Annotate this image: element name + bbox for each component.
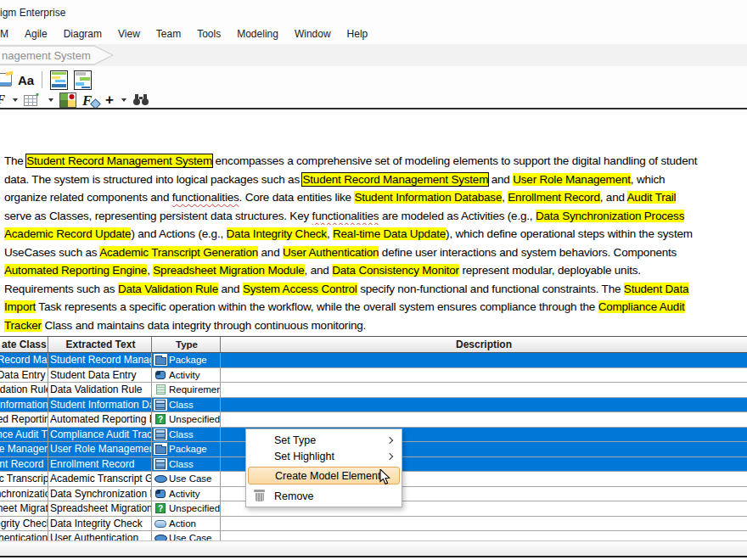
menu-item-view[interactable]: View bbox=[118, 28, 140, 40]
highlighted-term[interactable]: Data Synchronization Process bbox=[536, 210, 684, 222]
highlighted-term-boxed[interactable]: Student Record Management System bbox=[302, 173, 488, 186]
tab-management-system[interactable]: nagement System bbox=[0, 45, 119, 65]
extracted-text-cell: Spreadsheet Migration Module bbox=[48, 501, 152, 516]
type-cell[interactable]: Use Case bbox=[152, 472, 221, 486]
context-menu: Set TypeSet HighlightCreate Model Elemen… bbox=[245, 428, 402, 507]
highlighted-term[interactable]: Data Integrity Check bbox=[227, 227, 327, 240]
text-run: and bbox=[218, 283, 243, 295]
highlighted-term[interactable]: Academic Transcript Generation bbox=[99, 246, 258, 259]
extracted-text: Data Integrity Check bbox=[50, 518, 143, 529]
layout-diagram-icon[interactable] bbox=[74, 70, 92, 90]
text-line: UseCases such as Academic Transcript Gen… bbox=[4, 244, 747, 262]
text-run: , and bbox=[600, 191, 627, 204]
table-row[interactable]: Student Data EntryStudent Data EntryActi… bbox=[0, 368, 747, 384]
chevron-down-icon[interactable] bbox=[48, 98, 53, 102]
context-menu-item-set-highlight[interactable]: Set Highlight bbox=[246, 448, 402, 464]
type-cell[interactable]: Class bbox=[152, 398, 221, 412]
add-element-icon[interactable]: + bbox=[105, 92, 114, 109]
text-line: data. The system is structured into logi… bbox=[4, 171, 747, 189]
column-header-candidate-class[interactable]: ate Class bbox=[0, 337, 48, 352]
type-label: Unspecified bbox=[169, 414, 220, 424]
column-header-description[interactable]: Description bbox=[221, 337, 747, 352]
context-menu-label: Set Highlight bbox=[274, 451, 334, 462]
menu-bar: MAgileDiagramViewTeamToolsModelingWindow… bbox=[0, 24, 747, 44]
table-row[interactable]: Automated Reporting EngineAutomated Repo… bbox=[0, 412, 747, 428]
type-icon-box bbox=[154, 428, 167, 440]
type-cell[interactable]: Requirement bbox=[152, 383, 221, 397]
highlighted-term[interactable]: Import bbox=[4, 300, 36, 313]
type-cell[interactable]: Unspecified bbox=[152, 501, 221, 516]
highlighted-term[interactable]: Compliance Audit bbox=[598, 300, 685, 313]
menu-item-diagram[interactable]: Diagram bbox=[64, 28, 102, 40]
description-cell bbox=[221, 412, 747, 427]
highlighted-term[interactable]: User Role Management bbox=[513, 173, 631, 186]
type-cell[interactable]: Unspecified bbox=[152, 412, 221, 427]
menu-item-help[interactable]: Help bbox=[347, 28, 368, 40]
highlighted-term[interactable]: Student Data bbox=[624, 283, 688, 295]
candidate-class-text: Data Synchronization Process bbox=[0, 488, 48, 500]
window-title: igm Enterprise bbox=[0, 7, 65, 19]
text-run: encompasses a comprehensive set of model… bbox=[212, 154, 697, 167]
highlighted-term[interactable]: Spreadsheet Migration Module bbox=[153, 264, 304, 277]
font-style-icon[interactable]: Aa bbox=[18, 73, 34, 87]
highlighted-term[interactable]: Tracker bbox=[4, 319, 42, 332]
context-menu-item-create-model-element[interactable]: Create Model Element bbox=[248, 467, 400, 484]
menu-item-team[interactable]: Team bbox=[156, 28, 181, 40]
table-row[interactable]: Student Record Management SystemStudent … bbox=[0, 353, 747, 368]
type-cell[interactable]: Activity bbox=[152, 368, 221, 383]
table-row[interactable]: Student Information DatabaseStudent Info… bbox=[0, 398, 747, 413]
context-menu-item-set-type[interactable]: Set Type bbox=[246, 432, 402, 448]
highlighted-term[interactable]: Data Consistency Monitor bbox=[332, 264, 459, 277]
column-header-extracted-text[interactable]: Extracted Text bbox=[48, 337, 152, 352]
highlighted-term[interactable]: Enrollment Record bbox=[508, 191, 599, 204]
menu-item-tools[interactable]: Tools bbox=[197, 28, 221, 40]
type-cell[interactable]: Activity bbox=[152, 487, 221, 501]
extracted-text-cell: Data Validation Rule bbox=[48, 383, 152, 397]
table-row[interactable]: Data Integrity CheckData Integrity Check… bbox=[0, 517, 747, 532]
new-card-icon[interactable] bbox=[0, 73, 12, 87]
table-add-icon[interactable] bbox=[24, 93, 41, 107]
highlighted-term[interactable]: Audit Trail bbox=[627, 191, 677, 204]
candidate-class-cell: Student Information Database bbox=[0, 398, 48, 412]
highlighted-term[interactable]: Academic Record Update bbox=[4, 227, 131, 240]
extracted-text: Automated Reporting Engine bbox=[50, 413, 152, 425]
menu-item-agile[interactable]: Agile bbox=[25, 28, 48, 40]
highlighted-term[interactable]: Real-time Data Update bbox=[333, 227, 446, 240]
extracted-text-cell: Student Information Database bbox=[48, 398, 152, 412]
type-cell[interactable]: Package bbox=[152, 353, 221, 367]
highlighted-term-boxed[interactable]: Student Record Management System bbox=[26, 154, 212, 167]
class-icon bbox=[155, 400, 166, 410]
menu-item-m[interactable]: M bbox=[0, 28, 8, 40]
submenu-arrow-icon bbox=[386, 437, 393, 444]
menu-item-modeling[interactable]: Modeling bbox=[237, 28, 278, 40]
formula-icon[interactable]: F bbox=[82, 92, 99, 108]
toolbar-row-2: F F + bbox=[0, 92, 149, 108]
type-cell[interactable]: Package bbox=[152, 442, 221, 456]
type-cell[interactable]: Action bbox=[152, 517, 221, 531]
trash-icon bbox=[254, 490, 265, 502]
highlighted-term[interactable]: System Access Control bbox=[243, 283, 357, 295]
chevron-down-icon[interactable] bbox=[121, 98, 126, 102]
highlighted-term[interactable]: Student Information Database bbox=[354, 191, 502, 204]
type-cell[interactable]: Class bbox=[152, 457, 221, 472]
text-run: organize related components and bbox=[4, 191, 172, 204]
extracted-text-cell: Data Synchronization Process bbox=[48, 487, 152, 501]
extracted-text: User Role Management bbox=[50, 443, 152, 455]
text-run: , which bbox=[631, 173, 666, 186]
candidate-class-text: Data Integrity Check bbox=[0, 518, 48, 529]
search-binoculars-icon[interactable] bbox=[132, 93, 149, 106]
extracted-text: Spreadsheet Migration Module bbox=[50, 502, 152, 514]
table-row[interactable]: Data Validation RuleData Validation Rule… bbox=[0, 383, 747, 398]
highlighted-term[interactable]: User Authentication bbox=[283, 246, 379, 259]
highlighted-term[interactable]: Automated Reporting Engine bbox=[4, 264, 147, 277]
grid-diagram-icon[interactable] bbox=[50, 70, 68, 90]
color-matrix-icon[interactable] bbox=[59, 92, 76, 108]
menu-item-window[interactable]: Window bbox=[295, 28, 331, 40]
highlighted-term[interactable]: Data Validation Rule bbox=[118, 283, 218, 295]
context-menu-item-remove[interactable]: Remove bbox=[246, 488, 402, 504]
type-cell[interactable]: Class bbox=[152, 428, 221, 442]
field-dropdown-icon[interactable]: F bbox=[0, 92, 5, 107]
column-header-type[interactable]: Type bbox=[152, 337, 221, 352]
text-line: The Student Record Management System enc… bbox=[4, 152, 747, 171]
chevron-down-icon[interactable] bbox=[13, 98, 18, 102]
